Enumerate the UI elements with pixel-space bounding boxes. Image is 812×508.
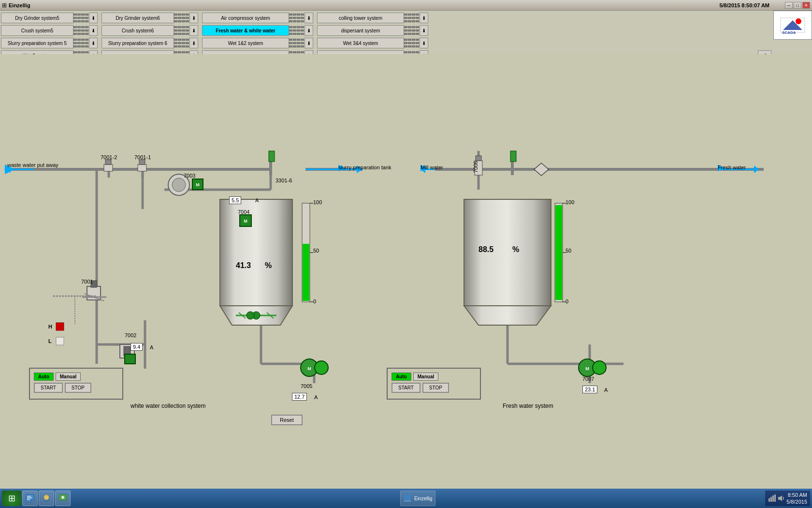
svg-rect-45 <box>105 160 111 164</box>
taskbar-btn1[interactable] <box>22 491 38 506</box>
window-title: Einzellig <box>9 2 30 8</box>
nav-arrow8[interactable]: ⬇ <box>420 25 428 36</box>
maximize-button[interactable]: □ <box>794 2 801 9</box>
right-manual-btn[interactable]: Manual <box>413 373 438 381</box>
left-manual-btn[interactable]: Manual <box>56 373 81 381</box>
nav-dispersant[interactable]: dispersant system <box>317 25 404 36</box>
right-auto-btn[interactable]: Auto <box>392 373 411 381</box>
nav-wet34[interactable]: Wet 3&4 system <box>317 38 404 48</box>
svg-rect-4 <box>0 54 772 489</box>
svg-text:M: M <box>585 366 589 371</box>
id-7005-label: 7005 <box>301 383 312 389</box>
mill-water-arrow: ▶ Mill water <box>420 162 427 173</box>
svg-point-71 <box>593 361 606 374</box>
nav-dry-grinder5[interactable]: Dry Grinder system5 <box>1 13 73 23</box>
nav-arrow9[interactable]: ⬇ <box>89 38 98 48</box>
start-button[interactable]: ⊞ <box>2 491 21 506</box>
amp-7002-box: 9.4 <box>130 343 143 351</box>
nav-arrow7[interactable]: ⬇ <box>304 25 313 36</box>
unit-a3: A <box>314 394 318 400</box>
svg-point-86 <box>246 312 254 319</box>
taskbar-time: 8:50 AM 5/8/2015 <box>786 492 807 506</box>
nav-arrow12[interactable]: ⬇ <box>420 38 428 48</box>
amp-7004-box: 5.5 <box>229 196 241 204</box>
right-stop-btn[interactable]: STOP <box>422 383 449 393</box>
svg-text:SCADA: SCADA <box>782 30 796 35</box>
svg-rect-102 <box>774 494 776 502</box>
unit-a2: A <box>150 344 153 350</box>
tank2-50: 50 <box>566 248 571 254</box>
tank1-level: 41.3 <box>236 261 251 270</box>
id-7007-label: 7007 <box>582 376 594 382</box>
nav-arrow10[interactable]: ⬇ <box>189 38 198 48</box>
unit-a4: A <box>604 387 608 393</box>
nav-fresh-water[interactable]: Fresh water & white water <box>202 25 289 36</box>
datetime-display: 5/8/2015 8:50:07 AM <box>719 2 769 8</box>
active-window-btn[interactable]: Einzellig <box>400 491 435 506</box>
title-bar: ⊞ Einzellig 5/8/2015 8:50:07 AM ─ □ ✕ <box>0 0 812 11</box>
svg-text:M: M <box>244 219 247 224</box>
id-7001-1-label: 7001-1 <box>134 154 151 160</box>
close-button[interactable]: ✕ <box>802 2 810 9</box>
id-7001-2-label: 7001-2 <box>101 154 117 160</box>
nav-arrow5[interactable]: ⬇ <box>89 25 98 36</box>
nav-wet12[interactable]: Wet 1&2 system <box>202 38 289 48</box>
svg-rect-39 <box>555 205 562 300</box>
left-auto-btn[interactable]: Auto <box>34 373 54 381</box>
taskbar-btn3[interactable] <box>55 491 71 506</box>
svg-rect-34 <box>303 244 309 301</box>
tank2-100: 100 <box>566 199 574 205</box>
svg-rect-91 <box>27 496 31 497</box>
svg-point-50 <box>172 178 186 192</box>
minimize-button[interactable]: ─ <box>785 2 793 9</box>
left-start-btn[interactable]: START <box>34 383 63 393</box>
svg-marker-103 <box>778 495 782 501</box>
id-7004-label: 7004 <box>238 209 249 215</box>
white-water-system-label: white water collection system <box>130 403 205 409</box>
tank2-pct: % <box>512 245 519 254</box>
nav-slurry5[interactable]: Slurry preparation system 5 <box>1 38 73 48</box>
svg-rect-97 <box>404 495 411 500</box>
amp-7005-value: 12.7 <box>294 394 304 400</box>
id-7001-label: 7001 <box>81 279 93 284</box>
svg-rect-87 <box>56 323 64 330</box>
amp-7007-value: 23.1 <box>585 387 595 392</box>
svg-point-57 <box>315 361 328 374</box>
svg-rect-101 <box>772 495 774 502</box>
nav-arrow1[interactable]: ⬇ <box>89 13 98 23</box>
svg-rect-64 <box>125 354 135 364</box>
unit-a1: A <box>255 197 259 203</box>
tank1-0: 0 <box>313 299 316 304</box>
nav-arrow11[interactable]: ⬇ <box>304 38 313 48</box>
fresh-water-arrow: ▶ Fresh water <box>718 162 725 173</box>
svg-rect-48 <box>139 160 145 164</box>
right-start-btn[interactable]: START <box>392 383 420 393</box>
nav-crush5[interactable]: Crush system5 <box>1 25 73 36</box>
nav-arrow2[interactable]: ⬇ <box>189 13 198 23</box>
volume-icon <box>777 494 785 502</box>
nav-slurry6[interactable]: Slurry preparation system 6 <box>102 38 174 48</box>
left-stop-btn[interactable]: STOP <box>65 383 91 393</box>
nav-dry-grinder6[interactable]: Dry Grinder system6 <box>102 13 174 23</box>
l-label: L <box>48 338 52 344</box>
taskbar-btn2[interactable] <box>39 491 54 506</box>
tank2-level: 88.5 <box>478 245 493 254</box>
amp-7007-box: 23.1 <box>582 386 597 393</box>
reset-button[interactable]: Reset <box>271 415 303 425</box>
slurry-tank-arrow: ▶ slurry preparation tank <box>338 162 345 173</box>
svg-point-96 <box>61 496 64 499</box>
id-7006-label: 7006 <box>473 149 478 173</box>
nav-arrow6[interactable]: ⬇ <box>189 25 198 36</box>
svg-rect-80 <box>269 151 275 162</box>
nav-arrow4[interactable]: ⬇ <box>420 13 428 23</box>
nav-crush6[interactable]: Crush system6 <box>102 25 174 36</box>
svg-rect-31 <box>464 199 551 306</box>
network-icon <box>768 494 776 502</box>
amp-7004-value: 5.5 <box>232 197 239 203</box>
svg-point-2 <box>796 18 801 24</box>
nav-arrow3[interactable]: ⬇ <box>304 13 313 23</box>
svg-rect-92 <box>27 497 32 498</box>
nav-cooling-tower[interactable]: colling tower system <box>317 13 404 23</box>
fresh-water-system-label: Fresh water system <box>503 403 553 409</box>
nav-air-compressor[interactable]: Air compressor system <box>202 13 289 23</box>
